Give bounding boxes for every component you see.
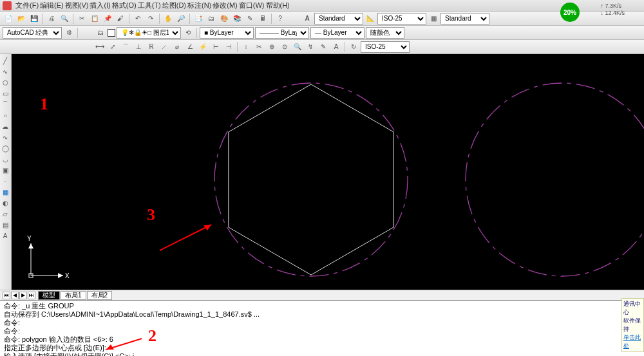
plotstyle-combo[interactable]: 随颜色 [366,27,404,39]
print-icon[interactable]: 🖨 [46,13,57,24]
paste-icon[interactable]: 📌 [102,13,113,24]
lineweight-combo[interactable]: — ByLayer [310,27,365,39]
workspace-settings-icon[interactable]: ⚙ [63,27,75,39]
calc-icon[interactable]: 🖩 [257,13,269,24]
pan-icon[interactable]: ✋ [162,13,174,24]
pline-tool-icon[interactable]: ∿ [0,66,10,77]
rect-tool-icon[interactable]: ▭ [0,88,10,98]
center-mark-icon[interactable]: ⊙ [279,41,290,53]
polygon-tool-icon[interactable]: ⬠ [0,77,10,88]
dim-text-edit-icon[interactable]: A [330,41,342,53]
block-tool-icon[interactable]: ▣ [0,165,10,175]
dim-edit-icon[interactable]: ✎ [317,41,329,53]
open-icon[interactable]: 📂 [15,13,27,24]
help-icon[interactable]: ? [274,13,286,24]
menu-edit[interactable]: 编辑(E) [40,1,64,10]
dim-radius-icon[interactable]: R [146,41,157,53]
tab-layout2[interactable]: 布局2 [87,291,113,300]
ellipse-tool-icon[interactable]: ◯ [0,143,10,153]
dim-style-combo[interactable]: ISO-25 [377,13,426,24]
dim-linear-icon[interactable]: ⟷ [94,41,106,53]
table-tool-icon[interactable]: ▤ [0,220,10,230]
new-icon[interactable]: 📄 [3,13,14,24]
tab-first-icon[interactable]: ⏮ [3,292,10,299]
dim-space-icon[interactable]: ↕ [240,41,252,53]
dim-update-icon[interactable]: ↻ [348,41,359,53]
tab-last-icon[interactable]: ⏭ [28,292,35,299]
menu-tools[interactable]: 工具(T) [138,1,161,10]
menu-file[interactable]: 文件(F) [15,1,39,10]
tool-palette-icon[interactable]: 🎨 [218,13,230,24]
dim-diameter-icon[interactable]: ⌀ [171,41,183,53]
layer-combo[interactable]: 💡❄🔒☀□ 图层1 [117,27,181,39]
circle-tool-icon[interactable]: ○ [0,110,10,120]
cmd-line: 命令: _u 重生 GROUP [4,302,640,310]
dim-style-icon[interactable]: 📐 [365,13,376,24]
properties-icon[interactable]: 📑 [193,13,204,24]
hatch-tool-icon[interactable]: ▦ [0,187,10,197]
region-tool-icon[interactable]: ▱ [0,209,10,219]
menu-modify[interactable]: 修改(M) [213,1,238,10]
tab-layout1[interactable]: 布局1 [61,291,86,300]
dim-continue-icon[interactable]: ⊣ [223,41,234,53]
arc-tool-icon[interactable]: ⌒ [0,99,10,109]
dim-jogged-icon[interactable]: ⟋ [158,41,170,53]
menu-draw[interactable]: 绘图(D) [162,1,186,10]
dim-angular-icon[interactable]: ∠ [184,41,196,53]
table-style-icon[interactable]: ▦ [428,13,439,24]
line-tool-icon[interactable]: ╱ [0,55,10,66]
markup-icon[interactable]: ✎ [244,13,256,24]
comm-center-popup[interactable]: 通讯中心 软件保持 单击此处 [621,298,644,352]
menu-window[interactable]: 窗口(W) [239,1,265,10]
redo-icon[interactable]: ↷ [145,13,156,24]
menu-view[interactable]: 视图(V) [65,1,89,10]
point-tool-icon[interactable]: · [0,176,10,186]
ellipse-arc-tool-icon[interactable]: ◡ [0,154,10,164]
zoom-icon[interactable]: 🔎 [175,13,187,24]
undo-icon[interactable]: ↶ [132,13,144,24]
dim-ordinate-icon[interactable]: ⊥ [133,41,144,53]
canvas-circle-2[interactable] [466,83,644,276]
popup-link[interactable]: 单击此处 [623,334,641,349]
drawing-canvas[interactable]: 1 3 X Y [12,54,644,290]
linetype-combo[interactable]: ——— ByLayer [255,27,309,39]
menu-insert[interactable]: 插入(I) [90,1,110,10]
text-tool-icon[interactable]: A [0,230,10,241]
layer-prev-icon[interactable]: ⟲ [182,27,194,39]
color-combo[interactable]: ■ ByLayer [200,27,254,39]
dim-arc-icon[interactable]: ⌒ [120,41,131,53]
revcloud-tool-icon[interactable]: ☁ [0,121,10,131]
gradient-tool-icon[interactable]: ◐ [0,198,10,208]
design-center-icon[interactable]: 🗂 [205,13,217,24]
canvas-hexagon[interactable] [229,84,393,275]
spline-tool-icon[interactable]: ∿ [0,132,10,142]
copy-icon[interactable]: 📋 [89,13,100,24]
workspace-combo[interactable]: AutoCAD 经典 [3,27,62,39]
menu-dim[interactable]: 标注(N) [187,1,211,10]
jogged-linear-icon[interactable]: ↯ [305,41,316,53]
menu-help[interactable]: 帮助(H) [266,1,290,10]
command-panel[interactable]: 命令: _u 重生 GROUP 自动保存到 C:\Users\ADMINI~1\… [0,300,644,356]
sheet-set-icon[interactable]: 📚 [231,13,243,24]
stat-badge[interactable]: 20% [560,3,580,22]
dim-break-icon[interactable]: ✂ [253,41,265,53]
table-style-combo[interactable]: Standard [440,13,489,24]
dim-style-combo-2[interactable]: ISO-25 [361,41,410,53]
tab-prev-icon[interactable]: ◀ [11,292,19,299]
layer-props-icon[interactable]: 🗂 [95,27,106,39]
plot-preview-icon[interactable]: 🔍 [59,13,70,24]
text-style-combo[interactable]: Standard [314,13,363,24]
canvas-circle-1[interactable] [214,83,408,276]
dim-baseline-icon[interactable]: ⊢ [210,41,222,53]
match-icon[interactable]: 🖌 [115,13,126,24]
save-icon[interactable]: 💾 [28,13,40,24]
menu-format[interactable]: 格式(O) [112,1,137,10]
inspect-icon[interactable]: 🔍 [292,41,303,53]
tab-model[interactable]: 模型 [38,291,60,300]
dim-quick-icon[interactable]: ⚡ [197,41,209,53]
tab-next-icon[interactable]: ▶ [19,292,27,299]
tolerance-icon[interactable]: ⊕ [266,41,278,53]
text-style-icon[interactable]: A [301,13,313,24]
cut-icon[interactable]: ✂ [76,13,88,24]
dim-aligned-icon[interactable]: ⤢ [107,41,118,53]
